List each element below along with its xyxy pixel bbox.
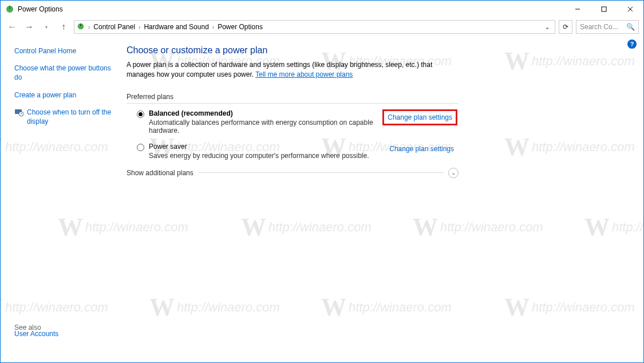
search-placeholder: Search Co... [580,23,618,31]
sidebar-item-turn-off-display[interactable]: Choose when to turn off the display [14,108,115,126]
see-also-user-accounts[interactable]: User Accounts [14,329,58,338]
breadcrumb-sep-icon: › [87,24,91,30]
change-plan-settings-balanced[interactable]: Change plan settings [382,109,457,125]
up-button[interactable]: ↑ [57,20,70,34]
sidebar: Control Panel Home Choose what the power… [1,36,121,362]
refresh-button[interactable]: ⟳ [559,20,572,34]
address-dropdown-icon[interactable]: ⌄ [542,23,552,31]
control-panel-home-link[interactable]: Control Panel Home [14,46,115,56]
search-input[interactable]: Search Co... 🔍 [576,20,639,34]
plan-power-saver-desc: Saves energy by reducing your computer's… [149,152,386,160]
plan-balanced-radio[interactable] [137,111,144,118]
help-icon[interactable]: ? [627,40,637,49]
close-button[interactable] [617,1,643,18]
titlebar: Power Options [1,1,643,18]
plan-power-saver-radio[interactable] [137,144,144,151]
main-area: Control Panel Home Choose what the power… [1,36,643,362]
chevron-down-icon[interactable]: ⌄ [448,168,459,178]
address-bar[interactable]: › Control Panel › Hardware and Sound › P… [74,20,555,34]
back-button[interactable]: ← [5,20,19,34]
plan-balanced-desc: Automatically balances performance with … [149,119,382,135]
sidebar-link-turn-off-display: Choose when to turn off the display [27,108,115,126]
plan-balanced: Balanced (recommended) Automatically bal… [137,109,457,135]
navigation-row: ← → ▾ ↑ › Control Panel › Hardware and S… [1,18,643,36]
show-additional-plans-row[interactable]: Show additional plans ⌄ [127,168,459,178]
svg-rect-1 [9,6,10,9]
preferred-plans-label: Preferred plans [127,93,632,101]
sidebar-link-create-plan[interactable]: Create a power plan [14,90,115,100]
page-description: A power plan is a collection of hardware… [127,60,459,80]
sidebar-link-power-buttons[interactable]: Choose what the power buttons do [14,64,115,82]
window-controls [564,1,643,18]
content-pane: ? Choose or customize a power plan A pow… [121,36,643,362]
svg-rect-3 [602,7,606,11]
page-heading: Choose or customize a power plan [127,45,632,56]
tell-me-more-link[interactable]: Tell me more about power plans [255,70,353,78]
recent-dropdown[interactable]: ▾ [39,20,53,34]
breadcrumb-sep-icon: › [137,24,141,30]
section-divider [127,103,459,104]
breadcrumb-seg-2[interactable]: Hardware and Sound [144,23,208,31]
show-additional-plans-label: Show additional plans [127,169,193,177]
monitor-clock-icon [14,108,23,117]
minimize-button[interactable] [564,1,591,18]
divider-line [198,172,444,173]
breadcrumb-sep-icon: › [211,24,215,30]
power-options-app-icon [5,5,14,14]
svg-rect-7 [80,23,81,26]
maximize-button[interactable] [591,1,617,18]
forward-button[interactable]: → [22,20,36,34]
plan-power-saver: Power saver Saves energy by reducing you… [137,143,457,160]
plan-balanced-name: Balanced (recommended) [149,109,382,117]
control-panel-icon [77,22,85,32]
change-plan-settings-power-saver[interactable]: Change plan settings [386,143,457,155]
search-icon: 🔍 [626,23,635,31]
plan-power-saver-name: Power saver [149,143,386,151]
breadcrumb-seg-3[interactable]: Power Options [218,23,263,31]
breadcrumb-seg-1[interactable]: Control Panel [93,23,135,31]
window-title: Power Options [18,5,564,13]
